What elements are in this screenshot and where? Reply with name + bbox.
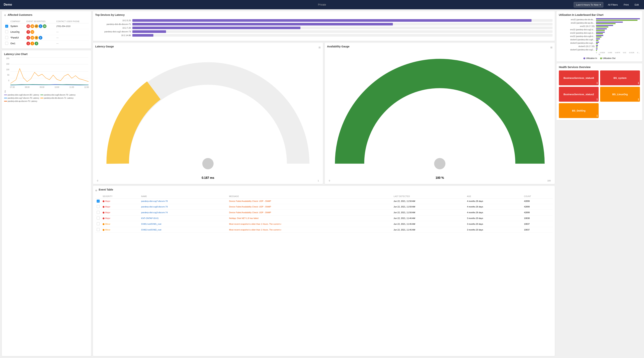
y-axis: 200 150 100 50 0	[4, 58, 10, 85]
event-name[interactable]: KNT-ONTAP-93-01	[140, 216, 228, 221]
util-row-label: docker0 (panderp-dist-cug1...	[559, 42, 596, 44]
gauge-grid-icon[interactable]: ⊞	[318, 46, 321, 49]
event-name[interactable]: SVM1:/vol/SVM1_root	[140, 221, 228, 227]
health-card[interactable]: BusinessServices_status6ℹ	[559, 70, 599, 85]
event-checkbox[interactable]	[97, 205, 100, 208]
event-age: 3 months 20 days	[466, 227, 522, 233]
availability-gauge-svg	[327, 51, 552, 175]
util-row: docker0 (panderp-dist-cug8...	[559, 38, 640, 41]
event-checkbox[interactable]	[97, 200, 100, 202]
nav-right: Last 6 Hours To Now ▾ All Filters Print …	[574, 2, 640, 8]
legend-item: panderp-dist-ap-discvm-70: Latency	[4, 100, 37, 102]
util-bar-out	[596, 46, 598, 48]
event-checkbox[interactable]	[97, 228, 100, 231]
util-bars	[596, 48, 640, 51]
edit-button[interactable]: Edit	[633, 2, 640, 7]
util-bar-in	[596, 48, 598, 50]
health-services-title: Health Services Overview	[559, 66, 640, 68]
util-row: docker0 (panderp-dist-cug1...	[559, 42, 640, 44]
legend-item: panderp-dist-db-discvm-71: Latency	[40, 97, 74, 99]
phone-cell: —	[55, 35, 89, 41]
nav-private: Private	[318, 3, 326, 6]
settings-gear-icon[interactable]: ⚙	[4, 14, 6, 16]
row-checkbox[interactable]	[5, 42, 8, 45]
util-bar-out	[596, 20, 638, 21]
event-count: 10838	[522, 216, 552, 221]
latency-line-svg	[10, 58, 89, 85]
row-checkbox[interactable]	[5, 36, 8, 39]
severity-label: Major	[105, 200, 110, 202]
utilization-chart-panel: Utilization In Leaderboard Bar Chart ens…	[556, 11, 642, 62]
severity-dot	[102, 212, 104, 214]
company-cell: *PandUI	[9, 35, 25, 41]
bar-label: 10.2.7.20	[95, 27, 132, 29]
util-row-label: ens32 (panderp-dist-db-dis...	[559, 18, 596, 21]
bar-container	[132, 30, 552, 33]
company-cell: LinuxOrg	[9, 29, 25, 35]
health-card[interactable]: BS_LinuxOrgℹ	[600, 87, 640, 102]
event-checkbox[interactable]	[97, 216, 100, 220]
util-bar-out	[596, 30, 605, 31]
latency-line-title: Latency Line Chart	[4, 52, 89, 56]
bar-row: panderp-dist-db-discvm-71	[95, 23, 552, 26]
event-settings-icon[interactable]: ⚙	[95, 189, 97, 192]
row-checkbox[interactable]	[5, 30, 8, 33]
event-name[interactable]: panderp-dist-cug3-discvm-74	[140, 210, 228, 216]
util-row: ens32 (10.2.7.20)	[559, 25, 640, 28]
all-filters-button[interactable]: All Filters	[606, 2, 619, 7]
event-name[interactable]: SVM2:/vol/SVM2_root	[140, 227, 228, 233]
info-icon[interactable]: ℹ	[638, 82, 639, 84]
event-name[interactable]: panderp-dist-cug8-discvm-79	[140, 204, 228, 210]
event-row: Majorpanderp-dist-cug3-discvm-74Device F…	[95, 210, 552, 216]
util-bar-in	[596, 32, 605, 33]
top-nav: Demo Private Last 6 Hours To Now ▾ All F…	[0, 0, 644, 9]
bar-row: 10.2.5.25	[95, 19, 552, 22]
event-last-detected: Jun 22, 2021, 11:46 AM	[392, 227, 466, 233]
phone-cell: —	[55, 41, 89, 46]
top-devices-panel: Top Devices by Latency 10.2.5.25panderp-…	[93, 11, 555, 41]
health-card[interactable]: BS_DellOrgℹ	[559, 103, 599, 118]
col-name: NAME	[140, 194, 228, 198]
util-row-label: ens32 (panderp-dist-ap-dis...	[559, 22, 596, 24]
info-icon[interactable]: ℹ	[596, 98, 598, 101]
table-row: *PandUI51582—	[4, 35, 89, 41]
event-count: 42899	[522, 204, 552, 210]
info-icon[interactable]: ℹ	[596, 82, 598, 84]
availability-grid-icon[interactable]: ⊞	[550, 46, 552, 49]
event-row: MinorSVM1:/vol/SVM1_rootMost recent snap…	[95, 221, 552, 227]
util-rows: ens32 (panderp-dist-db-dis...ens32 (pand…	[559, 18, 640, 51]
util-bar-out	[596, 50, 597, 51]
util-row: ens32 (panderp-dist-cug1-d...	[559, 32, 640, 34]
info-icon[interactable]: ℹ	[596, 114, 598, 117]
event-age: 4 months 26 days	[466, 204, 522, 210]
time-filter-button[interactable]: Last 6 Hours To Now ▾	[574, 2, 603, 8]
print-button[interactable]: Print	[622, 2, 630, 7]
health-card[interactable]: BS_systemℹ	[600, 70, 640, 85]
phone-cell: —	[55, 29, 89, 35]
table-row: LinuxOrg714—	[4, 29, 89, 35]
row-checkbox[interactable]	[5, 25, 8, 28]
svg-point-5	[202, 158, 214, 169]
event-checkbox[interactable]	[97, 211, 100, 214]
health-card[interactable]: BusinessServices_status2ℹ	[559, 87, 599, 102]
bar-container	[132, 34, 552, 36]
bar-fill	[132, 34, 154, 36]
severity-label: Major	[105, 217, 110, 219]
event-age: 4 months 26 days	[466, 210, 522, 216]
event-last-detected: Jun 22, 2021, 11:58 AM	[392, 204, 466, 210]
bar-row: panderp-dist-cug2-discvm-73	[95, 30, 552, 33]
info-icon[interactable]: ℹ	[638, 98, 639, 101]
util-bar-out	[596, 43, 598, 44]
main-content: ⚙ Affected Customers COMPANY EVENT SEVER…	[0, 9, 644, 358]
bar-fill	[132, 30, 166, 33]
severity-label: Major	[105, 211, 110, 214]
col-count: COUNT	[522, 194, 552, 198]
event-name[interactable]: panderp-dist-cug7-discvm-78	[140, 198, 228, 204]
latency-gauge-svg	[95, 51, 321, 175]
affected-customers-title: Affected Customers	[8, 14, 32, 16]
col-contact-phone: CONTACT USER PHONE	[55, 20, 89, 24]
availability-gauge-title: Availability Gauge	[327, 45, 350, 48]
event-checkbox[interactable]	[97, 222, 100, 225]
severity-dot	[102, 223, 104, 225]
util-row: ens32 (panderp-dist-cug8-d...	[559, 35, 640, 38]
